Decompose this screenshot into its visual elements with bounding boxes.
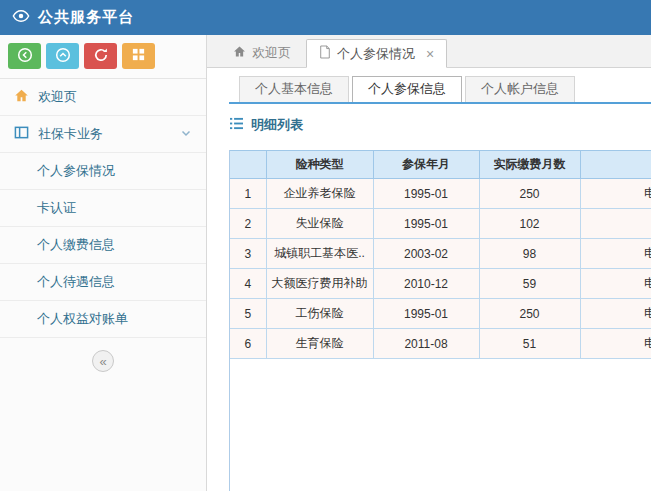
cell-month: 2010-12 <box>373 269 479 299</box>
cell-unit: 电 <box>580 269 651 299</box>
cell-index: 1 <box>230 179 266 209</box>
list-icon <box>229 116 244 134</box>
grid-icon <box>131 47 146 65</box>
cell-month: 2003-02 <box>373 239 479 269</box>
cell-unit: 电 <box>580 329 651 359</box>
sidebar-item-karenzheng[interactable]: 卡认证 <box>0 190 206 227</box>
arrow-left-circle-icon <box>17 47 33 66</box>
sidebar-submenu: 个人参保情况 卡认证 个人缴费信息 个人待遇信息 个人权益对账单 <box>0 153 206 338</box>
column-header-type: 险种类型 <box>266 151 373 179</box>
main-area: 欢迎页 个人参保情况 × 个人基本信息 个人参保信息 个人帐户信息 <box>207 35 651 491</box>
sidebar-item-jiaofei[interactable]: 个人缴费信息 <box>0 227 206 264</box>
sidebar-group-shebaoka[interactable]: 社保卡业务 <box>0 116 206 153</box>
insurance-table: 险种类型 参保年月 实际缴费月数 1 企业养老保险 1995-01 250 电 <box>230 150 651 359</box>
sidebar-item-label: 个人参保情况 <box>37 162 115 180</box>
cell-type: 城镇职工基本医.. <box>266 239 373 269</box>
cell-paid-months: 51 <box>479 329 580 359</box>
sidebar-item-label: 个人待遇信息 <box>37 273 115 291</box>
cell-unit: 电 <box>580 239 651 269</box>
app-title: 公共服务平台 <box>38 8 134 27</box>
table-header-row: 险种类型 参保年月 实际缴费月数 <box>230 151 651 179</box>
home-icon <box>14 88 29 106</box>
sidebar-item-label: 个人缴费信息 <box>37 236 115 254</box>
chevron-down-icon <box>180 127 192 142</box>
sidebar-item-label: 欢迎页 <box>38 88 77 106</box>
tab-personal-insurance[interactable]: 个人参保情况 × <box>306 39 447 68</box>
subtab-account-info[interactable]: 个人帐户信息 <box>465 76 575 102</box>
cell-paid-months: 98 <box>479 239 580 269</box>
sidebar-item-quanyi[interactable]: 个人权益对账单 <box>0 301 206 338</box>
cell-paid-months: 59 <box>479 269 580 299</box>
cell-index: 4 <box>230 269 266 299</box>
column-header-index <box>230 151 266 179</box>
sidebar-item-welcome[interactable]: 欢迎页 <box>0 79 206 116</box>
sidebar-item-daiyu[interactable]: 个人待遇信息 <box>0 264 206 301</box>
sidebar-toolbar <box>0 35 206 79</box>
cell-index: 3 <box>230 239 266 269</box>
collapse-icon: « <box>99 354 106 369</box>
app-header: 公共服务平台 <box>0 0 651 35</box>
close-icon[interactable]: × <box>426 47 434 61</box>
subtab-label: 个人帐户信息 <box>481 81 559 96</box>
cell-index: 2 <box>230 209 266 239</box>
eye-icon <box>12 7 30 29</box>
refresh-button[interactable] <box>84 43 117 69</box>
cell-type: 生育保险 <box>266 329 373 359</box>
sidebar-item-label: 个人权益对账单 <box>37 310 128 328</box>
panel-icon <box>14 125 29 143</box>
subtab-insurance-info[interactable]: 个人参保信息 <box>352 76 462 102</box>
arrow-up-circle-icon <box>55 47 71 66</box>
table-row[interactable]: 5 工伤保险 1995-01 250 电 <box>230 299 651 329</box>
cell-type: 失业保险 <box>266 209 373 239</box>
column-header-paid-months: 实际缴费月数 <box>479 151 580 179</box>
cell-type: 大额医疗费用补助 <box>266 269 373 299</box>
subtab-strip: 个人基本信息 个人参保信息 个人帐户信息 <box>229 76 651 104</box>
table-row[interactable]: 1 企业养老保险 1995-01 250 电 <box>230 179 651 209</box>
table-row[interactable]: 2 失业保险 1995-01 102 <box>230 209 651 239</box>
cell-month: 1995-01 <box>373 209 479 239</box>
sidebar-item-canbao[interactable]: 个人参保情况 <box>0 153 206 190</box>
layout: 欢迎页 社保卡业务 个人参保情况 卡认证 个人缴费信息 <box>0 35 651 491</box>
cell-paid-months: 250 <box>479 299 580 329</box>
cell-index: 6 <box>230 329 266 359</box>
cell-index: 5 <box>230 299 266 329</box>
cell-month: 1995-01 <box>373 179 479 209</box>
cell-type: 企业养老保险 <box>266 179 373 209</box>
modules-button[interactable] <box>122 43 155 69</box>
cell-type: 工伤保险 <box>266 299 373 329</box>
section-title: 明细列表 <box>251 116 303 134</box>
tab-welcome[interactable]: 欢迎页 <box>221 38 303 67</box>
subtab-label: 个人参保信息 <box>368 81 446 96</box>
column-header-month: 参保年月 <box>373 151 479 179</box>
file-icon <box>319 45 331 62</box>
sidebar-group-label: 社保卡业务 <box>38 125 103 143</box>
section-header: 明细列表 <box>229 116 651 134</box>
up-button[interactable] <box>46 43 79 69</box>
column-header-unit <box>580 151 651 179</box>
cell-paid-months: 250 <box>479 179 580 209</box>
table-row[interactable]: 4 大额医疗费用补助 2010-12 59 电 <box>230 269 651 299</box>
cell-unit: 电 <box>580 179 651 209</box>
sidebar-menu: 欢迎页 社保卡业务 个人参保情况 卡认证 个人缴费信息 <box>0 79 206 338</box>
refresh-icon <box>93 47 109 66</box>
data-grid: 险种类型 参保年月 实际缴费月数 1 企业养老保险 1995-01 250 电 <box>229 150 651 491</box>
cell-month: 1995-01 <box>373 299 479 329</box>
sidebar-collapse-button[interactable]: « <box>92 350 114 372</box>
cell-paid-months: 102 <box>479 209 580 239</box>
cell-month: 2011-08 <box>373 329 479 359</box>
tab-label: 个人参保情况 <box>337 45 415 63</box>
sidebar-item-label: 卡认证 <box>37 199 76 217</box>
cell-unit: 电 <box>580 299 651 329</box>
home-icon <box>233 45 246 61</box>
table-row[interactable]: 3 城镇职工基本医.. 2003-02 98 电 <box>230 239 651 269</box>
tab-label: 欢迎页 <box>252 44 291 62</box>
table-row[interactable]: 6 生育保险 2011-08 51 电 <box>230 329 651 359</box>
back-button[interactable] <box>8 43 41 69</box>
cell-unit <box>580 209 651 239</box>
sidebar: 欢迎页 社保卡业务 个人参保情况 卡认证 个人缴费信息 <box>0 35 207 491</box>
tab-content: 个人基本信息 个人参保信息 个人帐户信息 明细列表 <box>207 68 651 491</box>
subtab-label: 个人基本信息 <box>255 81 333 96</box>
subtab-basic-info[interactable]: 个人基本信息 <box>239 76 349 102</box>
tab-strip: 欢迎页 个人参保情况 × <box>207 35 651 68</box>
